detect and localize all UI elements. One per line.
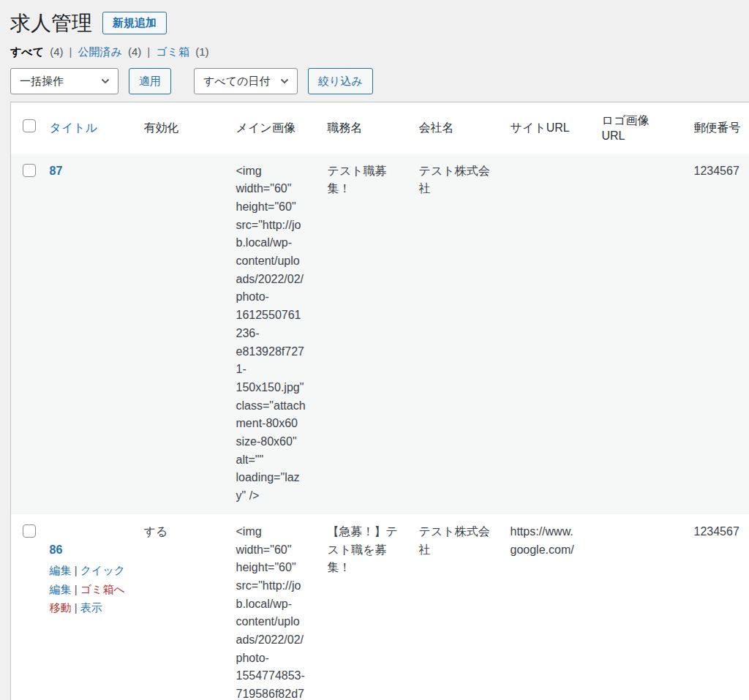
filter-published: 公開済み (4) xyxy=(78,45,141,59)
cell-postal-code: 1234567 xyxy=(687,154,749,514)
cell-enabled: する xyxy=(137,514,229,700)
view-link[interactable]: 表示 xyxy=(80,601,102,614)
table-header: タイトル 有効化 メイン画像 職務名 会社名 サイトURL ロゴ画像 URL 郵… xyxy=(11,102,749,154)
filter-count: (1) xyxy=(195,45,208,58)
select-all-checkbox[interactable] xyxy=(23,119,36,132)
date-filter-select[interactable]: すべての日付 xyxy=(194,68,298,94)
cell-enabled xyxy=(137,154,229,514)
status-filter-list: すべて (4) | 公開済み (4) | ゴミ箱 (1) xyxy=(10,45,749,59)
cell-title: 87 xyxy=(42,154,137,514)
column-header-site-url: サイトURL xyxy=(503,102,595,154)
post-title-link[interactable]: 87 xyxy=(50,165,63,177)
cell-main-image: <img width="60" height="60" src="http://… xyxy=(229,514,320,700)
filter-label: すべて xyxy=(10,45,44,58)
cell-site-url: https://www. google.com/ xyxy=(503,514,595,700)
post-title-link[interactable]: 86 xyxy=(50,543,63,556)
date-filter-selected-value: すべての日付 xyxy=(203,75,270,89)
table-row: 87 <img width="60" height="60" src="http… xyxy=(11,154,749,514)
select-row-checkbox[interactable] xyxy=(23,164,36,177)
sort-title-link[interactable]: タイトル xyxy=(50,121,98,134)
cell-job-name: テスト職募 集！ xyxy=(320,154,412,514)
filter-separator: | xyxy=(147,45,150,59)
action-separator: | xyxy=(75,583,78,595)
edit-link[interactable]: 編集 xyxy=(50,564,72,576)
job-management-page: 求人管理 新規追加 すべて (4) | 公開済み (4) | ゴミ箱 (1) 一… xyxy=(0,0,749,700)
filter-button[interactable]: 絞り込み xyxy=(308,68,373,94)
add-new-button[interactable]: 新規追加 xyxy=(102,12,167,34)
cell-title: 86 編集 | クイック編集 | ゴミ箱へ移動 | 表示 xyxy=(42,514,137,700)
cell-company: テスト株式会 社 xyxy=(412,514,503,700)
chevron-down-icon xyxy=(280,78,289,84)
filter-all: すべて (4) xyxy=(10,45,64,59)
column-header-enabled: 有効化 xyxy=(137,102,229,154)
cell-logo-url xyxy=(595,514,687,700)
cell-company: テスト株式会 社 xyxy=(412,154,503,514)
filter-label: ゴミ箱 xyxy=(156,45,189,58)
cell-logo-url xyxy=(595,154,687,514)
bulk-actions-bar: 一括操作 適用 すべての日付 絞り込み xyxy=(10,68,749,94)
filter-published-link[interactable]: 公開済み (4) xyxy=(78,45,141,58)
column-header-main-image: メイン画像 xyxy=(229,102,320,154)
cell-main-image: <img width="60" height="60" src="http://… xyxy=(229,154,320,514)
chevron-down-icon xyxy=(101,78,110,84)
column-header-job-name: 職務名 xyxy=(320,102,412,154)
job-list-table-wrap: タイトル 有効化 メイン画像 職務名 会社名 サイトURL ロゴ画像 URL 郵… xyxy=(10,102,749,700)
action-separator: | xyxy=(75,564,78,576)
page-title: 求人管理 xyxy=(10,11,92,35)
job-list-table: タイトル 有効化 メイン画像 職務名 会社名 サイトURL ロゴ画像 URL 郵… xyxy=(10,102,749,700)
bulk-action-selected-value: 一括操作 xyxy=(20,75,64,89)
apply-button[interactable]: 適用 xyxy=(129,68,171,94)
filter-label: 公開済み xyxy=(78,45,121,58)
filter-count: (4) xyxy=(50,45,63,58)
action-separator: | xyxy=(75,601,78,614)
filter-trash: ゴミ箱 (1) xyxy=(156,45,208,59)
table-row: 86 編集 | クイック編集 | ゴミ箱へ移動 | 表示 する <img wid… xyxy=(11,514,749,700)
filter-trash-link[interactable]: ゴミ箱 (1) xyxy=(156,45,208,58)
page-header: 求人管理 新規追加 xyxy=(10,11,749,35)
select-row-checkbox[interactable] xyxy=(23,524,36,538)
filter-separator: | xyxy=(69,45,72,59)
column-header-title: タイトル xyxy=(42,102,137,154)
filter-count: (4) xyxy=(128,45,141,58)
bulk-action-select[interactable]: 一括操作 xyxy=(10,68,118,94)
filter-all-link[interactable]: すべて (4) xyxy=(10,45,64,58)
cell-postal-code: 1234567 xyxy=(687,514,749,700)
column-header-logo-url: ロゴ画像 URL xyxy=(595,102,687,154)
row-actions: 編集 | クイック編集 | ゴミ箱へ移動 | 表示 xyxy=(50,561,132,617)
column-header-company: 会社名 xyxy=(412,102,503,154)
cell-job-name: 【急募！】テ スト職を募 集！ xyxy=(320,514,412,700)
cell-site-url xyxy=(503,154,595,514)
column-header-postal-code: 郵便番号 xyxy=(687,102,749,154)
